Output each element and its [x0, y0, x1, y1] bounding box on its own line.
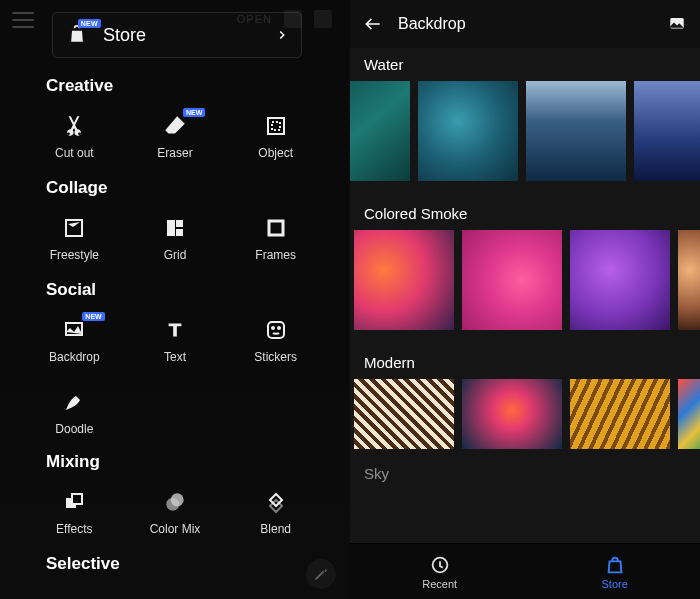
- tool-label: Cut out: [55, 146, 94, 160]
- category-title-modern: Modern: [350, 348, 700, 379]
- tool-label: Stickers: [254, 350, 297, 364]
- svg-point-14: [171, 493, 184, 506]
- backdrop-thumb[interactable]: [350, 81, 410, 181]
- backdrop-thumb[interactable]: [418, 81, 518, 181]
- doodle-icon: [60, 388, 88, 416]
- svg-rect-5: [176, 229, 183, 236]
- backdrop-panel: Backdrop Water Colored Smoke Modern Sk: [350, 0, 700, 599]
- tool-eraser[interactable]: NEW Eraser: [125, 102, 226, 170]
- background-open-hint: OPEN: [237, 10, 332, 28]
- recent-icon: [429, 554, 451, 576]
- tool-label: Freestyle: [50, 248, 99, 262]
- backdrop-thumb[interactable]: [354, 230, 454, 330]
- tool-object[interactable]: Object: [225, 102, 326, 170]
- nav-recent[interactable]: Recent: [422, 554, 457, 590]
- tool-frames[interactable]: Frames: [225, 204, 326, 272]
- section-title-creative: Creative: [0, 72, 350, 102]
- new-badge: NEW: [183, 108, 205, 117]
- svg-rect-12: [72, 494, 82, 504]
- section-title-mixing: Mixing: [0, 448, 350, 478]
- backdrop-thumb[interactable]: [526, 81, 626, 181]
- nav-label: Store: [601, 578, 627, 590]
- tools-panel: OPEN NEW Store Creative Cut out NEW Eras…: [0, 0, 350, 599]
- freestyle-icon: [60, 214, 88, 242]
- tool-colormix[interactable]: Color Mix: [125, 478, 226, 546]
- backdrop-thumb[interactable]: [678, 230, 700, 330]
- nav-label: Recent: [422, 578, 457, 590]
- store-bag-icon: NEW: [65, 25, 89, 45]
- thumbs-water: [350, 81, 700, 187]
- thumbs-smoke: [350, 230, 700, 336]
- tool-cutout[interactable]: Cut out: [24, 102, 125, 170]
- backdrop-thumb[interactable]: [678, 379, 700, 449]
- tool-label: Text: [164, 350, 186, 364]
- chevron-right-icon: [273, 26, 291, 44]
- grid-icon: [161, 214, 189, 242]
- tool-label: Doodle: [55, 422, 93, 436]
- new-badge: NEW: [82, 312, 104, 321]
- frame-icon: [262, 214, 290, 242]
- svg-rect-8: [268, 322, 284, 338]
- bottom-nav: Recent Store: [350, 543, 700, 599]
- svg-rect-2: [66, 220, 82, 236]
- tool-doodle[interactable]: Doodle: [24, 378, 125, 446]
- svg-point-10: [278, 327, 280, 329]
- edit-fab[interactable]: [306, 559, 336, 589]
- backdrop-header: Backdrop: [350, 0, 700, 48]
- blend-icon: [262, 488, 290, 516]
- effects-icon: [60, 488, 88, 516]
- tool-label: Eraser: [157, 146, 192, 160]
- new-badge: NEW: [78, 19, 101, 28]
- backdrop-thumb[interactable]: [354, 379, 454, 449]
- tool-stickers[interactable]: Stickers: [225, 306, 326, 374]
- panel-title: Backdrop: [398, 15, 466, 33]
- backdrop-thumb[interactable]: [462, 379, 562, 449]
- tool-text[interactable]: Text: [125, 306, 226, 374]
- tool-label: Frames: [255, 248, 296, 262]
- svg-point-9: [272, 327, 274, 329]
- tool-effects[interactable]: Effects: [24, 478, 125, 546]
- thumbs-modern: [350, 379, 700, 455]
- tool-label: Grid: [164, 248, 187, 262]
- image-picker-icon[interactable]: [666, 15, 688, 33]
- colormix-icon: [161, 488, 189, 516]
- section-title-selective: Selective: [0, 550, 350, 580]
- backdrop-thumb[interactable]: [570, 230, 670, 330]
- svg-rect-4: [176, 220, 183, 227]
- svg-rect-6: [269, 221, 283, 235]
- object-icon: [262, 112, 290, 140]
- text-icon: [161, 316, 189, 344]
- tool-label: Backdrop: [49, 350, 100, 364]
- backdrop-thumb[interactable]: [634, 81, 700, 181]
- section-title-social: Social: [0, 276, 350, 306]
- category-title-sky: Sky: [350, 455, 700, 482]
- store-icon: [604, 554, 626, 576]
- category-title-smoke: Colored Smoke: [350, 199, 700, 230]
- backdrop-categories: Water Colored Smoke Modern Sky: [350, 48, 700, 543]
- svg-rect-3: [167, 220, 175, 236]
- back-button[interactable]: [362, 13, 384, 35]
- tool-label: Effects: [56, 522, 92, 536]
- tool-freestyle[interactable]: Freestyle: [24, 204, 125, 272]
- scissors-icon: [60, 112, 88, 140]
- nav-store[interactable]: Store: [601, 554, 627, 590]
- tool-blend[interactable]: Blend: [225, 478, 326, 546]
- category-title-water: Water: [350, 50, 700, 81]
- stickers-icon: [262, 316, 290, 344]
- section-title-collage: Collage: [0, 174, 350, 204]
- menu-icon[interactable]: [12, 12, 34, 28]
- backdrop-thumb[interactable]: [462, 230, 562, 330]
- tool-grid[interactable]: Grid: [125, 204, 226, 272]
- tool-label: Blend: [260, 522, 291, 536]
- tool-backdrop[interactable]: NEW Backdrop: [24, 306, 125, 374]
- tool-label: Object: [258, 146, 293, 160]
- svg-rect-0: [268, 118, 284, 134]
- backdrop-thumb[interactable]: [570, 379, 670, 449]
- tool-label: Color Mix: [150, 522, 201, 536]
- svg-rect-1: [272, 122, 280, 130]
